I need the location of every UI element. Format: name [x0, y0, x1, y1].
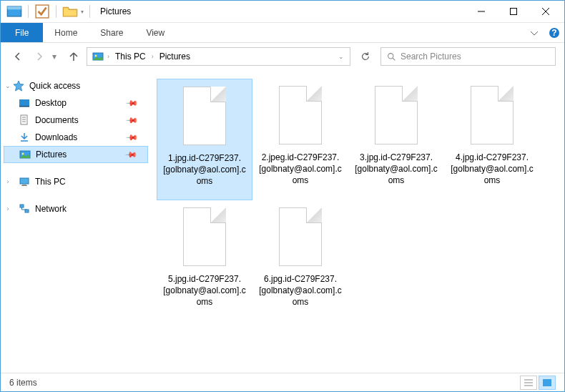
file-name: 4.jpg.id-C279F237.[golbnaty@aol.com].com… — [447, 152, 537, 187]
quick-access-toolbar: ▾ — [4, 4, 93, 19]
file-icon — [368, 83, 425, 147]
sidebar-label: Documents — [35, 115, 79, 125]
breadcrumb-pictures[interactable]: Pictures — [157, 52, 193, 62]
search-icon — [387, 52, 396, 62]
pin-icon: 📌 — [124, 96, 138, 109]
file-icon — [176, 205, 233, 269]
documents-icon — [18, 114, 31, 127]
item-count: 6 items — [9, 378, 37, 388]
file-icon — [272, 205, 329, 269]
chevron-down-icon[interactable]: ⌄ — [338, 53, 344, 60]
breadcrumb[interactable]: › This PC › Pictures ⌄ — [87, 47, 350, 66]
icons-view-button[interactable] — [539, 376, 556, 390]
svg-point-11 — [388, 53, 393, 58]
sidebar-label: Quick access — [29, 81, 80, 91]
file-item[interactable]: 6.jpg.id-C279F237.[golbnaty@aol.com].com… — [252, 200, 348, 322]
chevron-right-icon[interactable]: › — [107, 53, 109, 60]
collapse-icon[interactable]: ⌄ — [4, 82, 12, 89]
sidebar-label: Pictures — [36, 150, 67, 160]
status-bar: 6 items — [1, 373, 564, 391]
maximize-button[interactable] — [497, 1, 529, 22]
help-icon[interactable]: ? — [544, 23, 564, 42]
forward-button[interactable] — [31, 48, 48, 65]
details-view-button[interactable] — [520, 376, 537, 390]
sidebar-item-pictures[interactable]: Pictures 📌 — [4, 146, 148, 163]
expand-icon[interactable]: › — [4, 205, 12, 212]
pin-icon: 📌 — [124, 113, 138, 127]
svg-rect-4 — [510, 9, 516, 15]
pictures-icon — [92, 50, 104, 63]
star-icon — [12, 79, 25, 92]
svg-rect-14 — [19, 106, 29, 107]
navigation-bar: ▾ › This PC › Pictures ⌄ Search Pictures — [1, 43, 564, 70]
file-name: 1.jpg.id-C279F237.[golbnaty@aol.com].com… — [160, 152, 249, 187]
file-name: 3.jpg.id-C279F237.[golbnaty@aol.com].com… — [351, 152, 441, 187]
expand-ribbon-icon[interactable] — [524, 23, 544, 42]
sidebar-label: Network — [35, 204, 67, 214]
svg-rect-23 — [22, 185, 26, 185]
sidebar-item-desktop[interactable]: Desktop 📌 — [4, 94, 148, 112]
tab-view[interactable]: View — [134, 23, 176, 42]
svg-rect-26 — [25, 210, 29, 212]
file-name: 2.jpeg.id-C279F237.[golbnaty@aol.com].co… — [255, 152, 345, 187]
pictures-icon — [19, 148, 31, 161]
file-item[interactable]: 2.jpeg.id-C279F237.[golbnaty@aol.com].co… — [252, 79, 348, 200]
sidebar-item-downloads[interactable]: Downloads 📌 — [4, 129, 148, 146]
svg-rect-24 — [21, 185, 27, 186]
qat-dropdown-icon[interactable]: ▾ — [81, 9, 84, 15]
downloads-icon — [18, 131, 31, 144]
search-placeholder: Search Pictures — [401, 52, 461, 62]
expand-icon[interactable]: › — [4, 178, 12, 185]
window-title: Pictures — [100, 6, 131, 16]
sidebar-label: Downloads — [35, 132, 77, 142]
sidebar-label: Desktop — [35, 98, 67, 108]
app-icon — [6, 4, 22, 19]
file-icon — [463, 83, 521, 147]
sidebar-label: This PC — [35, 177, 66, 187]
file-icon — [176, 84, 233, 148]
chevron-right-icon[interactable]: › — [152, 53, 154, 60]
file-name: 6.jpg.id-C279F237.[golbnaty@aol.com].com… — [255, 273, 345, 308]
pin-icon: 📌 — [124, 130, 138, 144]
file-item[interactable]: 1.jpg.id-C279F237.[golbnaty@aol.com].com… — [157, 79, 252, 200]
ribbon: File Home Share View ? — [1, 23, 564, 43]
sidebar-item-documents[interactable]: Documents 📌 — [4, 112, 148, 129]
svg-rect-1 — [7, 6, 21, 9]
back-button[interactable] — [9, 48, 26, 65]
svg-rect-25 — [20, 205, 24, 207]
svg-line-12 — [393, 58, 395, 60]
svg-rect-13 — [19, 99, 29, 106]
refresh-button[interactable] — [355, 47, 376, 66]
file-item[interactable]: 4.jpg.id-C279F237.[golbnaty@aol.com].com… — [444, 79, 540, 200]
tab-share[interactable]: Share — [89, 23, 134, 42]
folder-dropdown-icon[interactable] — [62, 4, 78, 19]
search-input[interactable]: Search Pictures — [380, 47, 556, 66]
pin-icon: 📌 — [124, 147, 137, 161]
sidebar-quick-access[interactable]: ⌄ Quick access — [4, 77, 148, 94]
file-icon — [272, 83, 329, 147]
file-tab[interactable]: File — [1, 23, 43, 42]
file-area[interactable]: 1.jpg.id-C279F237.[golbnaty@aol.com].com… — [151, 70, 564, 373]
file-name: 5.jpg.id-C279F237.[golbnaty@aol.com].com… — [159, 273, 250, 308]
svg-text:?: ? — [551, 28, 556, 38]
this-pc-icon — [18, 175, 31, 188]
svg-rect-30 — [543, 379, 551, 386]
tab-home[interactable]: Home — [43, 23, 89, 42]
file-item[interactable]: 5.jpg.id-C279F237.[golbnaty@aol.com].com… — [157, 200, 252, 322]
svg-rect-22 — [20, 178, 29, 184]
network-icon — [18, 202, 31, 215]
desktop-icon — [18, 97, 31, 109]
checkbox-icon[interactable] — [34, 4, 50, 19]
close-button[interactable] — [529, 1, 561, 22]
sidebar-this-pc[interactable]: › This PC — [4, 173, 148, 190]
file-item[interactable]: 3.jpg.id-C279F237.[golbnaty@aol.com].com… — [348, 79, 444, 200]
titlebar: ▾ Pictures — [1, 1, 564, 23]
sidebar-network[interactable]: › Network — [4, 200, 148, 217]
breadcrumb-this-pc[interactable]: This PC — [112, 52, 149, 62]
history-dropdown-icon[interactable]: ▾ — [52, 52, 61, 62]
minimize-button[interactable] — [465, 1, 497, 22]
up-button[interactable] — [65, 48, 82, 65]
sidebar: ⌄ Quick access Desktop 📌 Documents 📌 Dow… — [1, 70, 151, 373]
